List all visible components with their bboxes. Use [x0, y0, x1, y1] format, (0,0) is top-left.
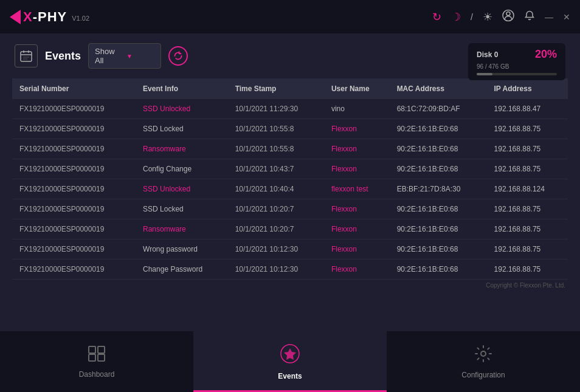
- cell-username: flexxon test: [324, 179, 390, 199]
- cell-ip: 192.168.88.47: [487, 99, 568, 119]
- table-body: FX19210000ESP0000019 SSD Unlocked 10/1/2…: [12, 99, 568, 280]
- app-version: V1.02: [72, 15, 89, 22]
- table-row[interactable]: FX19210000ESP0000019 SSD Unlocked 10/1/2…: [12, 179, 568, 199]
- disk-widget: Disk 0 20% 96 / 476 GB: [468, 43, 565, 80]
- cell-ip: 192.168.88.75: [487, 119, 568, 139]
- events-title: Events: [45, 50, 81, 63]
- cell-event: Config Change: [136, 159, 228, 179]
- cell-ip: 192.168.88.75: [487, 159, 568, 179]
- app-name: X-PHY: [23, 9, 67, 25]
- col-mac: MAC Address: [390, 78, 487, 99]
- separator: /: [471, 12, 473, 22]
- svg-point-13: [481, 351, 486, 356]
- cell-timestamp: 10/1/2021 10:55:8: [228, 139, 324, 159]
- cell-event[interactable]: SSD Unlocked: [136, 99, 228, 119]
- bottom-nav: Dashboard Events Configuration: [0, 331, 580, 392]
- nav-label-configuration: Configuration: [461, 371, 505, 379]
- cell-serial: FX19210000ESP0000019: [12, 119, 136, 139]
- col-username: User Name: [324, 78, 390, 99]
- minimize-button[interactable]: —: [545, 12, 553, 22]
- cell-serial: FX19210000ESP0000019: [12, 260, 136, 280]
- nav-label-events: Events: [278, 372, 302, 380]
- cell-mac: 90:2E:16:1B:E0:68: [390, 119, 487, 139]
- table-row[interactable]: FX19210000ESP0000019 Ransomware 10/1/202…: [12, 219, 568, 239]
- brightness-icon[interactable]: ☀: [483, 10, 492, 24]
- nav-label-dashboard: Dashboard: [79, 370, 115, 379]
- cell-username: Flexxon: [324, 239, 390, 260]
- cell-mac: 90:2E:16:1B:E0:68: [390, 239, 487, 260]
- title-bar-icons: ↻ ☽ / ☀ — ✕: [432, 9, 570, 24]
- main-content: Events Show All ▼ Disk 0 20% 96 / 476 GB: [0, 33, 580, 331]
- cell-ip: 192.168.88.124: [487, 179, 568, 199]
- cell-mac: EB:BF:21:7D:8A:30: [390, 179, 487, 199]
- filter-dropdown[interactable]: Show All ▼: [88, 43, 161, 69]
- svg-rect-10: [89, 354, 95, 361]
- disk-bar-fill: [477, 73, 492, 75]
- cell-username: Flexxon: [324, 139, 390, 159]
- cell-ip: 192.168.88.75: [487, 219, 568, 239]
- table-row[interactable]: FX19210000ESP0000019 SSD Locked 10/1/202…: [12, 119, 568, 139]
- table-row[interactable]: FX19210000ESP0000019 Config Change 10/1/…: [12, 159, 568, 179]
- cell-serial: FX19210000ESP0000019: [12, 159, 136, 179]
- cell-timestamp: 10/1/2021 11:29:30: [228, 99, 324, 119]
- cell-mac: 90:2E:16:1B:E0:68: [390, 219, 487, 239]
- col-ip: IP Address: [487, 78, 568, 99]
- cell-event: SSD Locked: [136, 199, 228, 219]
- filter-value: Show All: [95, 47, 123, 65]
- configuration-icon: [474, 345, 492, 367]
- cell-username: Flexxon: [324, 119, 390, 139]
- cell-username: Flexxon: [324, 219, 390, 239]
- svg-rect-2: [21, 52, 32, 61]
- cell-timestamp: 10/1/2021 10:12:30: [228, 260, 324, 280]
- cell-timestamp: 10/1/2021 10:43:7: [228, 159, 324, 179]
- cell-timestamp: 10/1/2021 10:12:30: [228, 239, 324, 260]
- cell-mac: 90:2E:16:1B:E0:68: [390, 260, 487, 280]
- events-table-container: Serial Number Event Info Time Stamp User…: [0, 78, 580, 280]
- table-header: Serial Number Event Info Time Stamp User…: [12, 78, 568, 99]
- cell-mac: 90:2E:16:1B:E0:68: [390, 139, 487, 159]
- cell-serial: FX19210000ESP0000019: [12, 199, 136, 219]
- cell-ip: 192.168.88.75: [487, 260, 568, 280]
- nav-item-events[interactable]: Events: [193, 331, 387, 392]
- nav-item-configuration[interactable]: Configuration: [387, 331, 580, 392]
- cell-event[interactable]: Ransomware: [136, 139, 228, 159]
- title-bar: X-PHY V1.02 ↻ ☽ / ☀ — ✕: [0, 0, 580, 33]
- table-row[interactable]: FX19210000ESP0000019 Ransomware 10/1/202…: [12, 139, 568, 159]
- cell-event: Change Password: [136, 260, 228, 280]
- cell-serial: FX19210000ESP0000019: [12, 239, 136, 260]
- events-table: Serial Number Event Info Time Stamp User…: [12, 78, 568, 280]
- logo-area: X-PHY V1.02: [10, 9, 89, 25]
- table-row[interactable]: FX19210000ESP0000019 SSD Unlocked 10/1/2…: [12, 99, 568, 119]
- cell-username: vino: [324, 99, 390, 119]
- refresh-button[interactable]: [168, 46, 188, 66]
- disk-percent: 20%: [535, 48, 557, 61]
- table-row[interactable]: FX19210000ESP0000019 Change Password 10/…: [12, 260, 568, 280]
- theme-icon[interactable]: ☽: [451, 10, 461, 24]
- bell-icon[interactable]: [524, 10, 535, 24]
- cell-serial: FX19210000ESP0000019: [12, 219, 136, 239]
- events-nav-icon: [280, 343, 300, 368]
- dropdown-arrow-icon: ▼: [126, 53, 154, 60]
- cell-timestamp: 10/1/2021 10:20:7: [228, 219, 324, 239]
- table-row[interactable]: FX19210000ESP0000019 SSD Locked 10/1/202…: [12, 199, 568, 219]
- cell-event: Wrong password: [136, 239, 228, 260]
- cell-username: Flexxon: [324, 260, 390, 280]
- close-button[interactable]: ✕: [563, 12, 570, 22]
- table-row[interactable]: FX19210000ESP0000019 Wrong password 10/1…: [12, 239, 568, 260]
- col-serial: Serial Number: [12, 78, 136, 99]
- user-icon[interactable]: [502, 9, 514, 24]
- cell-event[interactable]: SSD Unlocked: [136, 179, 228, 199]
- nav-item-dashboard[interactable]: Dashboard: [0, 331, 193, 392]
- cell-ip: 192.168.88.75: [487, 139, 568, 159]
- disk-sub: 96 / 476 GB: [477, 63, 557, 70]
- col-timestamp: Time Stamp: [228, 78, 324, 99]
- cell-event[interactable]: Ransomware: [136, 219, 228, 239]
- events-icon: [15, 44, 38, 67]
- svg-rect-11: [98, 354, 105, 361]
- cell-ip: 192.168.88.75: [487, 199, 568, 219]
- sync-icon[interactable]: ↻: [432, 10, 441, 24]
- logo-arrow-icon: [10, 10, 21, 24]
- col-event: Event Info: [136, 78, 228, 99]
- cell-serial: FX19210000ESP0000019: [12, 139, 136, 159]
- copyright: Copyright © Flexxon Pte. Ltd.: [0, 280, 580, 291]
